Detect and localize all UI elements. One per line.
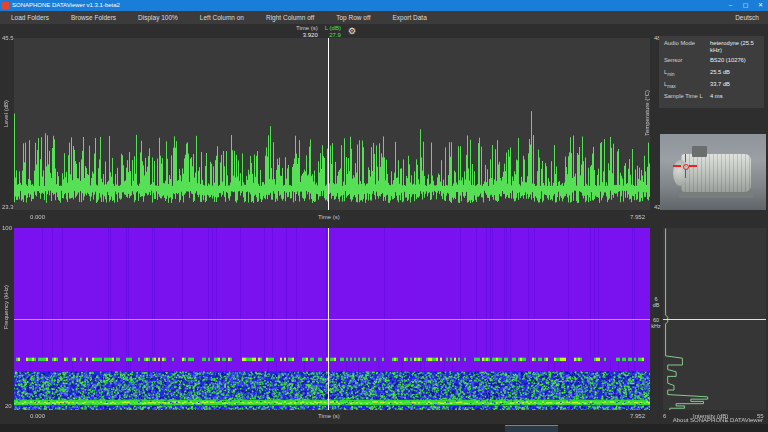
waveform-xlabel: Time (s) [318,214,340,220]
settings-gear-icon[interactable]: ⚙ [348,25,356,39]
cursor-readout: Time (s) 3.920 L (dB) 27.9 ⚙ [296,25,356,39]
spectrogram-ytick-min: 20 [5,403,12,409]
level-readout-label: L (dB) [325,25,341,32]
waveform-xtick-max: 7.952 [630,214,645,220]
top-row-toggle[interactable]: Top Row off [325,11,381,24]
spectrogram-ytick-max: 100 [2,225,12,231]
info-row-sensor: Sensor BS20 (10276) [664,57,759,66]
load-folders-button[interactable]: Load Folders [0,11,60,24]
level-waveform-canvas[interactable] [14,38,650,210]
level-waveform-plot[interactable] [14,38,650,210]
intensity-profile-canvas[interactable] [663,228,766,410]
window-title: SONAPHONE DATAViewer v1.3.1-beta2 [12,0,723,11]
measurement-info-panel: Audio Mode heterodyne (25.5 kHz) Sensor … [659,36,764,108]
menu-bar: Load Folders Browse Folders Display 100%… [0,11,768,24]
info-row-lmax: Lmax 33.7 dB [664,81,759,90]
right-column-toggle[interactable]: Right Column off [255,11,325,24]
language-button[interactable]: Deutsch [724,11,768,24]
motor-body [681,154,751,192]
about-link[interactable]: About SONAPHONE DATAViewer [673,417,763,423]
spectrogram-plot[interactable] [14,228,650,410]
spectrogram-xtick-min: 0.000 [30,413,45,419]
waveform-ylabel: Level (dB) [3,100,9,127]
title-bar: SONAPHONE DATAViewer v1.3.1-beta2 – ▢ ✕ [0,0,768,11]
maximize-button[interactable]: ▢ [738,0,753,11]
time-readout-label: Time (s) [296,25,318,32]
spectrogram-xlabel: Time (s) [318,413,340,419]
left-column-toggle[interactable]: Left Column on [189,11,255,24]
waveform-xtick-min: 0.000 [30,214,45,220]
spectrogram-canvas[interactable] [14,228,650,410]
intensity-xtick-min: 6 [663,413,666,419]
frequency-cursor-unit: kHz [650,323,662,329]
frequency-cursor-readout: 6 dB 60 kHz [650,296,662,338]
spectrogram-ylabel: Frequency (kHz) [3,285,9,329]
minimize-button[interactable]: – [723,0,738,11]
export-data-button[interactable]: Export Data [381,11,437,24]
display-100-button[interactable]: Display 100% [127,11,189,24]
waveform-ytick-max: 45.5 [2,35,14,41]
info-row-lmin: Lmin 25.5 dB [664,69,759,78]
app-window: SONAPHONE DATAViewer v1.3.1-beta2 – ▢ ✕ … [0,0,768,432]
intensity-profile-plot[interactable] [663,228,766,410]
info-row-audio-mode: Audio Mode heterodyne (25.5 kHz) [664,40,759,54]
close-button[interactable]: ✕ [753,0,768,11]
app-icon [2,2,9,9]
browse-folders-button[interactable]: Browse Folders [60,11,127,24]
waveform-right-ylabel: Temperature (°C) [644,90,650,136]
intensity-cursor-unit: dB [650,302,662,308]
info-row-sample-time: Sample Time L 4 ms [664,93,759,102]
waveform-ytick-min: 23.3 [2,204,14,210]
spectrogram-xtick-max: 7.952 [630,413,645,419]
taskbar-tab[interactable] [505,425,558,432]
motor-junction-box [692,146,707,157]
measurement-photo[interactable] [660,134,766,210]
bottom-strip [0,424,768,432]
